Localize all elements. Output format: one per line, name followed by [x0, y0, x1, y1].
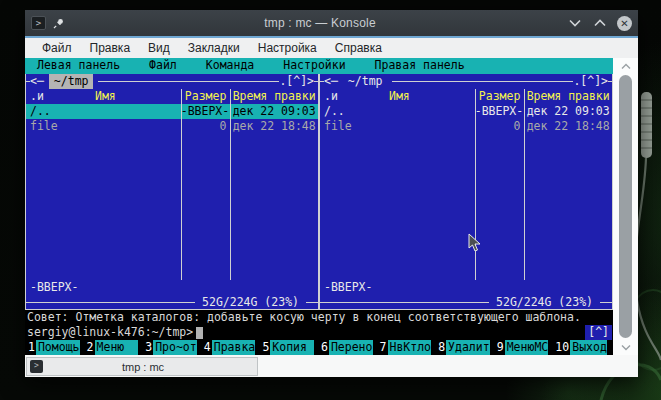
minimize-button[interactable]	[567, 15, 583, 31]
right-panel-header-line: <─ ~/tmp .[^]>	[320, 74, 612, 89]
fkey-quit[interactable]: 10Выход	[554, 340, 613, 355]
left-panel-body: .иИмя Размер Время правки /.. -ВВЕРХ- де…	[26, 89, 318, 295]
right-panel-column-headers: .иИмя Размер Время правки	[320, 89, 612, 104]
shell-prompt: sergiy@linux-k476:~/tmp>	[27, 325, 193, 340]
fkey-menu[interactable]: 2Меню	[86, 340, 145, 355]
mc-menu-right-panel[interactable]: Правая панель	[375, 58, 465, 74]
text-cursor	[196, 327, 203, 339]
window-title: tmp : mc — Konsole	[73, 16, 567, 30]
column-separator	[230, 89, 231, 280]
history-badge[interactable]: [^]	[585, 325, 612, 340]
mc-menu-options[interactable]: Настройки	[283, 58, 345, 74]
panel-up-marker[interactable]: .[^]>	[279, 74, 314, 89]
mc-menu-left-panel[interactable]: Левая панель	[37, 58, 120, 74]
terminal-area: Левая панель Файл Команда Настройки Прав…	[25, 58, 638, 355]
desktop: > tmp : mc — Konsole ✕	[0, 0, 661, 400]
menu-settings[interactable]: Настройка	[249, 41, 326, 55]
left-free-space: 52G/224G (23%)	[195, 295, 306, 310]
mc-panels: <─ ~/tmp .[^]> .иИмя Размер	[25, 74, 613, 310]
pin-icon[interactable]	[53, 17, 65, 29]
fkey-delete[interactable]: 8Удалить	[437, 340, 496, 355]
left-panel-column-headers: .иИмя Размер Время правки	[26, 89, 318, 104]
terminal-tab-icon: >	[30, 360, 43, 373]
file-row-updir-selected[interactable]: /.. -ВВЕРХ- дек 22 09:03	[26, 104, 318, 119]
konsole-tabbar: > tmp : mc	[25, 355, 638, 377]
scrollbar-thumb[interactable]	[619, 75, 632, 338]
right-panel-footer: 52G/224G (23%)	[320, 295, 612, 309]
midnight-commander: Левая панель Файл Команда Настройки Прав…	[25, 58, 613, 355]
file-row[interactable]: file 0 дек 22 18:48	[320, 119, 612, 134]
shell-prompt-line[interactable]: sergiy@linux-k476:~/tmp> [^]	[25, 325, 613, 340]
mouse-pointer-icon	[468, 233, 482, 253]
left-panel-header-line: <─ ~/tmp .[^]>	[26, 74, 318, 89]
fkey-edit[interactable]: 4Правка	[203, 340, 262, 355]
fkey-view[interactable]: 3Про~отр	[144, 340, 203, 355]
mc-hint-line: Совет: Отметка каталогов: добавьте косую…	[25, 310, 613, 325]
fkey-help[interactable]: 1Помощь	[27, 340, 86, 355]
sort-indicator[interactable]: .и	[324, 89, 338, 104]
fkey-pulldn[interactable]: 9МенюМС	[496, 340, 555, 355]
menu-help[interactable]: Справка	[326, 41, 391, 55]
fkey-copy[interactable]: 5Копия	[261, 340, 320, 355]
titlebar[interactable]: > tmp : mc — Konsole ✕	[25, 10, 638, 36]
close-button[interactable]: ✕	[617, 16, 632, 31]
col-header-mtime[interactable]: Время правки	[524, 89, 612, 104]
file-row-updir[interactable]: /.. -ВВЕРХ- дек 22 09:03	[320, 104, 612, 119]
panel-back-marker[interactable]: <─	[324, 74, 338, 89]
mc-menubar: Левая панель Файл Команда Настройки Прав…	[25, 58, 613, 74]
panel-back-marker[interactable]: <─	[30, 74, 44, 89]
left-panel-ministatus: -ВВЕРХ-	[26, 280, 318, 295]
left-panel-footer: 52G/224G (23%)	[26, 295, 318, 309]
right-free-space: 52G/224G (23%)	[489, 295, 600, 310]
right-panel-path[interactable]: ~/tmp	[343, 74, 388, 89]
menu-view[interactable]: Вид	[139, 41, 179, 55]
right-panel-ministatus: -ВВЕРХ-	[320, 280, 612, 295]
fkey-move[interactable]: 6Перенос	[320, 340, 379, 355]
menu-bookmarks[interactable]: Закладки	[179, 41, 249, 55]
file-row[interactable]: file 0 дек 22 18:48	[26, 119, 318, 134]
col-header-size[interactable]: Размер	[475, 89, 525, 104]
left-panel-path[interactable]: ~/tmp	[49, 74, 94, 89]
col-header-name[interactable]: Имя	[95, 89, 116, 103]
maximize-button[interactable]	[592, 15, 608, 31]
column-separator	[181, 89, 182, 280]
sort-indicator[interactable]: .и	[30, 89, 44, 104]
menu-file[interactable]: Файл	[33, 41, 81, 55]
col-header-name[interactable]: Имя	[389, 89, 410, 103]
panel-up-marker[interactable]: .[^]>	[573, 74, 608, 89]
scroll-down-icon[interactable]	[613, 340, 638, 354]
terminal-scrollbar[interactable]	[613, 58, 638, 355]
konsole-window: > tmp : mc — Konsole ✕	[25, 10, 638, 377]
tab-tmp-mc[interactable]: > tmp : mc	[26, 357, 258, 376]
col-header-size[interactable]: Размер	[181, 89, 231, 104]
function-key-bar: 1Помощь 2Меню 3Про~отр 4Правка 5Копия 6П…	[25, 340, 613, 355]
konsole-app-icon: >	[31, 16, 46, 30]
fkey-mkdir[interactable]: 7НвКтлог	[379, 340, 438, 355]
scroll-up-icon[interactable]	[613, 59, 638, 73]
mc-menu-file[interactable]: Файл	[149, 58, 177, 74]
right-panel: <─ ~/tmp .[^]> .иИмя Размер	[319, 74, 613, 310]
right-panel-body: .иИмя Размер Время правки /.. -ВВЕРХ- де…	[320, 89, 612, 295]
mc-menu-command[interactable]: Команда	[206, 58, 254, 74]
tab-label: tmp : mc	[49, 361, 257, 373]
left-panel: <─ ~/tmp .[^]> .иИмя Размер	[25, 74, 319, 310]
konsole-menubar: Файл Правка Вид Закладки Настройка Справ…	[25, 38, 638, 58]
col-header-mtime[interactable]: Время правки	[230, 89, 318, 104]
column-separator	[524, 89, 525, 280]
menu-edit[interactable]: Правка	[81, 41, 140, 55]
